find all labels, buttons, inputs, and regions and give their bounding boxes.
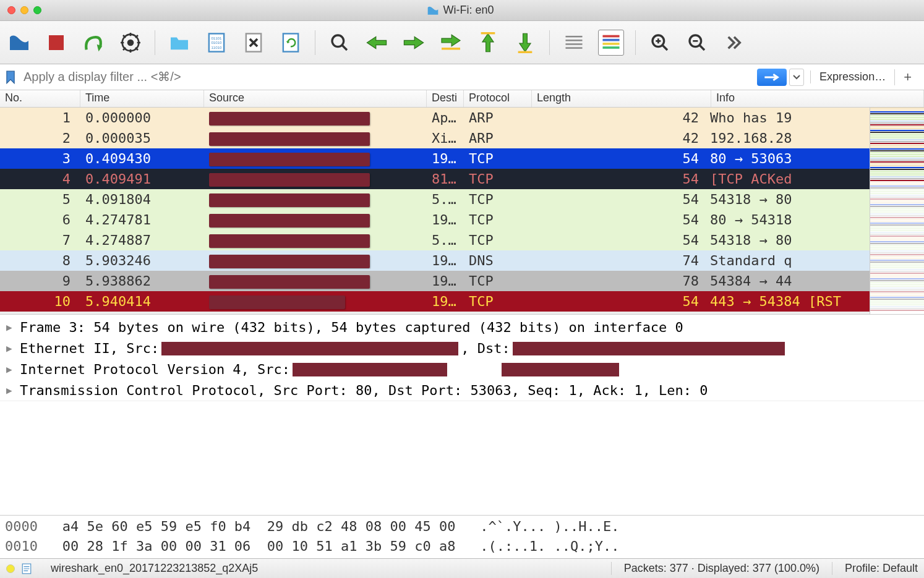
detail-ethernet[interactable]: ▶Ethernet II, Src: , Dst: — [6, 338, 918, 359]
expression-button[interactable]: Expression… — [810, 70, 894, 83]
redacted-source — [209, 275, 370, 289]
zoom-out-button[interactable] — [684, 30, 710, 56]
svg-rect-13 — [565, 35, 582, 36]
expand-icon[interactable]: ▶ — [6, 338, 20, 359]
packet-list[interactable]: 10.000000Ap…ARP42Who has 1920.000035Xi…A… — [0, 108, 924, 314]
find-button[interactable] — [327, 30, 353, 56]
save-file-button[interactable]: 011010101011010 — [203, 30, 229, 56]
apply-filter-button[interactable] — [757, 69, 787, 86]
packet-row[interactable]: 20.000035Xi…ARP42192.168.28 — [0, 128, 924, 148]
packet-row[interactable]: 40.40949181…TCP54[TCP ACKed — [0, 169, 924, 189]
svg-rect-0 — [49, 35, 64, 50]
wireshark-logo-button[interactable] — [6, 30, 32, 56]
svg-rect-16 — [565, 47, 582, 48]
add-filter-button[interactable]: + — [894, 69, 920, 85]
close-file-button[interactable] — [241, 30, 267, 56]
go-last-button[interactable] — [512, 30, 538, 56]
svg-point-2 — [127, 39, 134, 46]
auto-scroll-button[interactable] — [561, 30, 587, 56]
column-length[interactable]: Length — [532, 90, 711, 107]
packet-row[interactable]: 64.27478119…TCP5480 → 54318 — [0, 210, 924, 230]
stop-capture-button[interactable] — [43, 30, 69, 56]
redacted-source — [209, 132, 370, 146]
main-toolbar: 011010101011010 — [0, 21, 924, 64]
packet-row[interactable]: 10.000000Ap…ARP42Who has 19 — [0, 108, 924, 128]
status-packet-count: Packets: 377 · Displayed: 377 (100.0%) — [611, 562, 832, 575]
column-time[interactable]: Time — [80, 90, 204, 107]
redacted-source — [209, 173, 370, 187]
filter-history-dropdown[interactable] — [789, 69, 804, 86]
expert-info-led[interactable] — [6, 564, 15, 573]
packet-minimap[interactable] — [870, 108, 924, 314]
svg-rect-11 — [481, 32, 495, 34]
display-filter-bar: Expression… + — [0, 64, 924, 90]
svg-rect-15 — [565, 43, 582, 45]
packet-row[interactable]: 74.2748875.…TCP5454318 → 80 — [0, 230, 924, 250]
redacted-source — [209, 295, 345, 309]
wireshark-icon — [427, 4, 439, 17]
zoom-in-button[interactable] — [647, 30, 673, 56]
status-bar: wireshark_en0_20171223213852_q2XAj5 Pack… — [0, 558, 924, 578]
redacted-source — [209, 234, 370, 248]
expand-icon[interactable]: ▶ — [6, 359, 20, 380]
redacted-dst-mac — [513, 342, 785, 355]
go-back-button[interactable] — [364, 30, 390, 56]
svg-rect-19 — [602, 43, 619, 45]
column-no[interactable]: No. — [0, 90, 80, 107]
svg-text:11010: 11010 — [212, 45, 222, 49]
expand-icon[interactable]: ▶ — [6, 317, 20, 338]
go-to-packet-button[interactable] — [438, 30, 464, 56]
reload-file-button[interactable] — [278, 30, 304, 56]
svg-text:01010: 01010 — [212, 41, 222, 45]
detail-tcp[interactable]: ▶Transmission Control Protocol, Src Port… — [6, 380, 918, 401]
svg-rect-20 — [602, 46, 619, 49]
redacted-source — [209, 214, 370, 227]
packet-details-pane[interactable]: ▶Frame 3: 54 bytes on wire (432 bits), 5… — [0, 314, 924, 401]
detail-frame[interactable]: ▶Frame 3: 54 bytes on wire (432 bits), 5… — [6, 317, 918, 338]
redacted-source — [209, 112, 370, 125]
packet-row[interactable]: 95.93886219…TCP7854384 → 44 — [0, 271, 924, 291]
packet-bytes-pane[interactable]: 0000 a4 5e 60 e5 59 e5 f0 b4 29 db c2 48… — [0, 515, 924, 558]
colorize-button[interactable] — [598, 30, 624, 56]
capture-file-props-icon[interactable] — [21, 563, 32, 574]
column-protocol[interactable]: Protocol — [464, 90, 532, 107]
redacted-src-mac — [161, 342, 458, 355]
display-filter-input[interactable] — [21, 67, 757, 87]
column-destination[interactable]: Desti — [427, 90, 464, 107]
traffic-lights — [7, 6, 41, 14]
column-source[interactable]: Source — [204, 90, 427, 107]
redacted-source — [209, 255, 370, 268]
restart-capture-button[interactable] — [80, 30, 106, 56]
bookmark-icon[interactable] — [4, 70, 17, 84]
capture-options-button[interactable] — [118, 30, 143, 56]
svg-point-9 — [332, 35, 344, 47]
packet-row[interactable]: 85.90324619…DNS74Standard q — [0, 250, 924, 271]
packet-list-header: No. Time Source Desti Protocol Length In… — [0, 90, 924, 108]
toolbar-more-button[interactable] — [721, 30, 747, 56]
redacted-source — [209, 153, 370, 166]
titlebar: Wi-Fi: en0 — [0, 0, 924, 21]
maximize-window-button[interactable] — [33, 6, 41, 14]
spacer — [0, 401, 924, 515]
detail-ip[interactable]: ▶Internet Protocol Version 4, Src: — [6, 359, 918, 380]
packet-row[interactable]: 30.40943019…TCP5480 → 53063 — [0, 148, 924, 169]
svg-rect-18 — [602, 38, 619, 41]
svg-text:01101: 01101 — [212, 36, 222, 40]
redacted-source — [209, 193, 370, 207]
redacted-src-ip — [293, 363, 447, 376]
status-profile[interactable]: Profile: Default — [832, 562, 918, 575]
hex-row[interactable]: 0000 a4 5e 60 e5 59 e5 f0 b4 29 db c2 48… — [5, 517, 919, 537]
svg-rect-10 — [442, 48, 460, 49]
expand-icon[interactable]: ▶ — [6, 380, 20, 401]
go-first-button[interactable] — [475, 30, 501, 56]
packet-row[interactable]: 105.94041419…TCP54443 → 54384 [RST — [0, 291, 924, 312]
close-window-button[interactable] — [7, 6, 15, 14]
minimize-window-button[interactable] — [20, 6, 28, 14]
packet-row[interactable]: 54.0918045.…TCP5454318 → 80 — [0, 189, 924, 210]
column-info[interactable]: Info — [711, 90, 924, 107]
go-forward-button[interactable] — [401, 30, 427, 56]
hex-row[interactable]: 0010 00 28 1f 3a 00 00 31 06 00 10 51 a1… — [5, 537, 919, 556]
open-file-button[interactable] — [166, 30, 192, 56]
svg-rect-12 — [518, 51, 533, 53]
svg-rect-17 — [602, 35, 619, 37]
